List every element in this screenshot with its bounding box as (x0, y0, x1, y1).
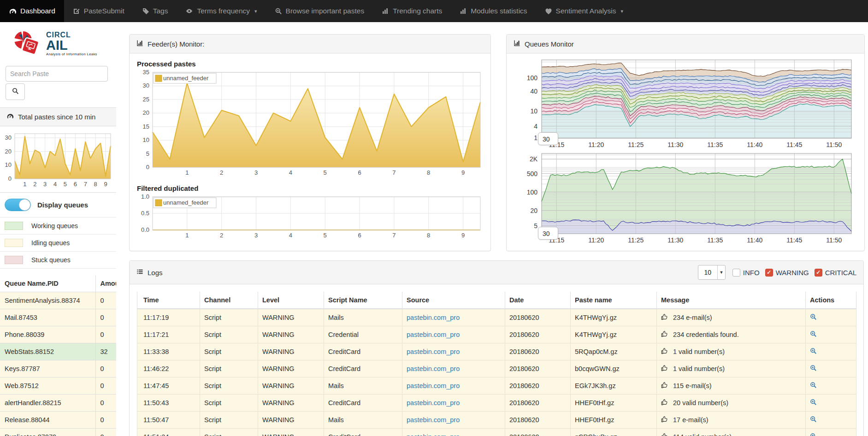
filter-label: WARNING (776, 269, 809, 277)
log-channel: Script (200, 360, 258, 377)
nav-item-browse-important-pastes[interactable]: Browse important pastes (266, 0, 373, 22)
svg-text:11:35: 11:35 (707, 236, 723, 244)
queue-row: alertHandler.882150 (0, 395, 116, 412)
svg-text:11:20: 11:20 (588, 236, 604, 244)
log-source-link[interactable]: pastebin.com_pro (407, 416, 460, 424)
interval-input[interactable]: 30 (538, 132, 558, 145)
legend-item-working: Working queues (0, 218, 116, 235)
log-message: 17 e-mail(s) (673, 416, 709, 424)
log-message: 114 valid number(s) (673, 433, 732, 436)
log-script: CreditCard (324, 343, 402, 360)
legend-label: Idling queues (31, 239, 70, 247)
svg-text:500: 500 (527, 170, 538, 177)
queue-amount: 32 (95, 343, 116, 360)
critical-checkbox[interactable]: ✓ (815, 269, 822, 277)
nav-item-trending-charts[interactable]: Trending charts (373, 0, 451, 22)
logs-header-date: Date (505, 292, 571, 309)
magnifier-plus-icon[interactable] (810, 434, 817, 436)
nav-item-modules-statistics[interactable]: Modules statistics (451, 0, 536, 22)
log-time: 11:51:34 (137, 429, 200, 436)
svg-text:10: 10 (143, 136, 149, 143)
nav-item-label: PasteSubmit (84, 7, 124, 15)
log-level: WARNING (258, 429, 324, 436)
queue-row: Duplicates.870790 (0, 429, 116, 436)
magnifier-plus-icon[interactable] (810, 331, 817, 339)
display-queues-toggle[interactable] (5, 199, 31, 211)
nav-item-terms-frequency[interactable]: Terms frequency▾ (177, 0, 266, 22)
nav-item-tags[interactable]: Tags (133, 0, 177, 22)
log-paste-name: K4THWgYj.gz (571, 326, 657, 343)
thumbs-up-icon (661, 416, 668, 424)
log-script: Credential (324, 326, 402, 343)
magnifier-plus-icon[interactable] (810, 365, 817, 373)
svg-text:100: 100 (527, 74, 538, 82)
log-script: Mails (324, 412, 402, 429)
search-button[interactable] (6, 83, 25, 100)
queue-amount: 0 (95, 395, 116, 412)
bar-chart-icon (514, 40, 520, 48)
display-queues-label: Display queues (37, 201, 88, 209)
log-script: Mails (324, 377, 402, 395)
log-time: 11:17:19 (137, 309, 200, 326)
magnifier-plus-icon[interactable] (810, 417, 817, 424)
logs-header-script-name: Script Name (324, 292, 402, 309)
log-message: 20 valid number(s) (673, 399, 728, 407)
log-source-link[interactable]: pastebin.com_pro (407, 331, 460, 338)
svg-text:5: 5 (534, 222, 537, 230)
log-row: 11:17:19ScriptWARNINGMailspastebin.com_p… (137, 309, 856, 326)
log-row: 11:17:21ScriptWARNINGCredentialpastebin.… (137, 326, 856, 343)
circl-logo-icon (12, 29, 41, 59)
log-source-link[interactable]: pastebin.com_pro (407, 365, 460, 372)
filter-warning[interactable]: ✓WARNING (765, 269, 809, 277)
queue-amount: 0 (95, 292, 116, 309)
top-navbar: DashboardPasteSubmitTagsTerms frequency▾… (0, 0, 868, 22)
magnifier-plus-icon[interactable] (810, 383, 817, 390)
queues-top-chart: 10040104111:1511:2011:2511:3011:3511:401… (512, 57, 857, 150)
svg-text:30: 30 (5, 134, 12, 141)
logs-header-message: Message (657, 292, 806, 309)
svg-text:2: 2 (220, 169, 223, 176)
log-source-link[interactable]: pastebin.com_pro (407, 382, 460, 389)
log-message: 115 e-mail(s) (673, 382, 712, 389)
filter-critical[interactable]: ✓CRITICAL (815, 269, 856, 277)
svg-text:6: 6 (358, 232, 361, 239)
log-source-link[interactable]: pastebin.com_pro (407, 314, 460, 321)
search-input[interactable] (6, 66, 108, 82)
log-row: 11:33:38ScriptWARNINGCreditCardpastebin.… (137, 343, 856, 360)
log-message: 1 valid number(s) (673, 365, 725, 372)
sidebar: CIRCL AIL Analysis of Information Leaks … (0, 22, 116, 436)
legend-label: Working queues (31, 222, 78, 230)
nav-item-pastesubmit[interactable]: PasteSubmit (64, 0, 133, 22)
svg-text:9: 9 (461, 232, 465, 239)
nav-item-sentiment-analysis[interactable]: Sentiment Analysis▾ (536, 0, 632, 22)
svg-text:2: 2 (220, 232, 223, 239)
log-level: WARNING (258, 377, 324, 395)
svg-text:9: 9 (461, 169, 465, 176)
magnifier-plus-icon[interactable] (810, 314, 817, 322)
svg-text:5: 5 (146, 150, 149, 157)
dashboard-icon (9, 7, 17, 15)
queue-name: Keys.87787 (0, 360, 95, 377)
log-time: 11:33:38 (137, 343, 200, 360)
page-size-select[interactable]: 10 ▼ (698, 265, 726, 280)
info-checkbox[interactable] (732, 269, 740, 277)
log-source-link[interactable]: pastebin.com_pro (407, 399, 460, 407)
svg-text:1: 1 (185, 232, 189, 239)
svg-text:11:30: 11:30 (667, 141, 683, 148)
svg-text:0.0: 0.0 (141, 226, 149, 233)
log-paste-name: gCPGbuBx.gz (571, 429, 657, 436)
nav-item-label: Browse important pastes (286, 7, 365, 15)
magnifier-plus-icon[interactable] (810, 400, 817, 407)
nav-item-dashboard[interactable]: Dashboard (0, 0, 64, 22)
filter-info[interactable]: INFO (732, 269, 760, 277)
log-source-link[interactable]: pastebin.com_pro (407, 433, 460, 436)
svg-text:11:25: 11:25 (628, 141, 644, 148)
feeder-monitor-panel: Feeder(s) Monitor: Processed pastes 0510… (129, 34, 491, 251)
interval-input[interactable]: 30 (538, 227, 558, 240)
log-date: 20180620 (505, 377, 571, 395)
log-paste-name: K4THWgYj.gz (571, 309, 657, 326)
warning-checkbox[interactable]: ✓ (765, 269, 773, 277)
log-source-link[interactable]: pastebin.com_pro (407, 348, 460, 355)
svg-text:100: 100 (527, 189, 538, 196)
magnifier-plus-icon[interactable] (810, 348, 817, 356)
